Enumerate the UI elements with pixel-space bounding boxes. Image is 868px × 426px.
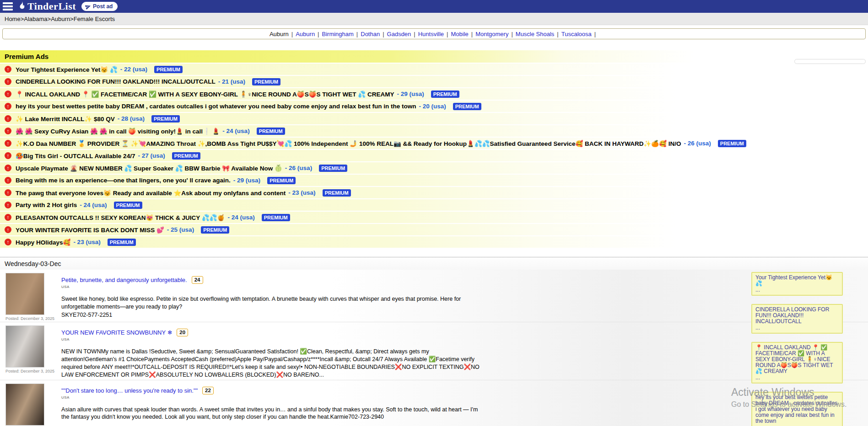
listing-title-link[interactable]: Petite, brunette, and dangerously unforg… xyxy=(61,277,187,283)
premium-badge: PREMIUM xyxy=(431,91,459,98)
premium-ad-age: - 25 (usa) xyxy=(167,226,194,233)
premium-ads-section: Premium Ads ↑Your Tightest Experience Ye… xyxy=(0,50,868,248)
sidebar-ad-title: hey its your best wettes petite baby DRE… xyxy=(755,394,839,424)
premium-badge: PREMIUM xyxy=(257,128,285,135)
bump-up-icon: ↑ xyxy=(5,115,11,122)
premium-ad-link[interactable]: Happy HOlidays🥰 xyxy=(16,239,70,246)
premium-ad-link[interactable]: Your Tightest Experience Yet😼 💦 xyxy=(16,66,118,73)
premium-ad-age: - 20 (usa) xyxy=(419,103,446,110)
sidebar-premium-box[interactable]: Your Tightest Experience Yet😼 💦... xyxy=(751,272,843,296)
premium-badge: PREMIUM xyxy=(262,214,290,221)
listing-title-link[interactable]: YOUR NEW FAVORITE SNOWBUNNY ❄ xyxy=(61,329,172,336)
city-link-huntsville[interactable]: Huntsville xyxy=(418,31,444,37)
date-header: Wednesday-03-Dec xyxy=(0,257,868,270)
listing-title-row: ""Don't stare too long… unless you're re… xyxy=(61,387,485,394)
age-badge: 22 xyxy=(202,387,214,394)
sidebar-premium-box[interactable]: 📍 INCALL OAKLAND 📍 ✅ FACETIME/CAR ✅ WITH… xyxy=(751,342,843,383)
premium-section-title: Premium Ads xyxy=(0,50,868,63)
city-nav: Auburn|Auburn|Birmingham|Dothan|Gadsden|… xyxy=(2,28,866,39)
premium-ad-row: ↑🌺 🌺 Sexy CuRvy Asian 🌺 🌺 in call 🍑 visi… xyxy=(0,125,868,137)
city-link-dothan[interactable]: Dothan xyxy=(361,31,380,37)
premium-ad-row: ↑📍 INCALL OAKLAND 📍 ✅ FACETIME/CAR ✅ WIT… xyxy=(0,88,868,100)
bump-up-icon: ↑ xyxy=(5,140,11,147)
breadcrumb-item-home[interactable]: Home xyxy=(5,16,21,22)
send-icon xyxy=(85,4,91,10)
bump-up-icon: ↑ xyxy=(5,91,11,97)
listing-thumbnail[interactable] xyxy=(5,325,44,367)
city-separator: | xyxy=(318,31,319,37)
breadcrumb: Home >Alabama>Auburn >Female Escorts xyxy=(0,13,868,25)
city-link-birmingham[interactable]: Birmingham xyxy=(322,31,354,37)
premium-ad-link[interactable]: 🥵Big Tits Girl - OUTCALL Available 24/7 xyxy=(16,152,135,160)
site-logo[interactable]: TinderList xyxy=(17,0,76,13)
premium-ad-row: ↑Party with 2 Hot girls- 24 (usa)PREMIUM xyxy=(0,199,868,211)
bump-up-icon: ↑ xyxy=(5,78,11,85)
premium-badge: PREMIUM xyxy=(323,189,351,197)
bump-up-icon: ↑ xyxy=(5,214,11,221)
table-row: Posted: December 3, 2025YOUR NEW FAVORIT… xyxy=(0,322,868,380)
listing-contact: SKYE702-577-2251 xyxy=(61,312,485,318)
city-link-muscle-shoals[interactable]: Muscle Shoals xyxy=(516,31,555,37)
flame-icon xyxy=(17,0,27,13)
premium-ad-row: ↑Being with me is an experience—one that… xyxy=(0,175,868,186)
bump-up-icon: ↑ xyxy=(5,128,11,134)
premium-badge: PREMIUM xyxy=(154,66,183,73)
premium-ad-row: ↑The pawg that everyone loves😼 Ready and… xyxy=(0,187,868,198)
listing-description: Asian allure with curves that speak loud… xyxy=(61,406,485,421)
listing-thumbnail[interactable] xyxy=(5,273,44,315)
breadcrumb-item-female-escorts[interactable]: Female Escorts xyxy=(74,16,115,22)
country-label: USA xyxy=(61,395,485,399)
post-ad-button[interactable]: Post ad xyxy=(81,2,118,11)
premium-ad-row: ↑hey its your best wettes petite baby DR… xyxy=(0,101,868,112)
premium-ad-link[interactable]: 📍 INCALL OAKLAND 📍 ✅ FACETIME/CAR ✅ WITH… xyxy=(16,91,394,98)
premium-ad-link[interactable]: ✨K.O Daa NUMBER 🥇 PROVIDER ⏳ ✨💘AMAZING T… xyxy=(16,140,681,147)
age-badge: 20 xyxy=(177,329,188,336)
breadcrumb-separator: > xyxy=(48,16,51,22)
premium-ad-row: ↑PLEASANTON OUTCALLS !! SEXY KOREAN😻 THI… xyxy=(0,212,868,223)
top-right-pill xyxy=(794,59,866,64)
bump-up-icon: ↑ xyxy=(5,165,11,171)
listing-feed: Wednesday-03-Dec Posted: December 3, 202… xyxy=(0,257,868,426)
city-link-auburn[interactable]: Auburn xyxy=(296,31,315,37)
premium-ad-age: - 29 (usa) xyxy=(233,177,260,184)
premium-ad-link[interactable]: 🌺 🌺 Sexy CuRvy Asian 🌺 🌺 in call 🍑 visit… xyxy=(16,128,220,135)
premium-ad-link[interactable]: The pawg that everyone loves😼 Ready and … xyxy=(16,189,286,197)
premium-ad-link[interactable]: PLEASANTON OUTCALLS !! SEXY KOREAN😻 THIC… xyxy=(16,214,225,221)
listing-content: Petite, brunette, and dangerously unforg… xyxy=(61,273,485,321)
city-link-mobile[interactable]: Mobile xyxy=(451,31,468,37)
table-row: Posted: December 3, 2025""Don't stare to… xyxy=(0,380,868,426)
premium-ad-link[interactable]: Being with me is an experience—one that … xyxy=(16,177,231,184)
breadcrumb-item-alabama[interactable]: Alabama xyxy=(24,16,47,22)
premium-badge: PREMIUM xyxy=(114,202,142,209)
premium-ad-age: - 29 (usa) xyxy=(397,91,424,97)
sidebar-premium-box[interactable]: CINDERELLA LOOKING FOR FUN!!! OAKLAND!!!… xyxy=(751,304,843,334)
premium-ad-row: ↑🥵Big Tits Girl - OUTCALL Available 24/7… xyxy=(0,150,868,161)
premium-badge: PREMIUM xyxy=(267,177,296,184)
table-row: Posted: December 3, 2025Petite, brunette… xyxy=(0,270,868,322)
menu-icon[interactable] xyxy=(3,2,13,11)
premium-ad-link[interactable]: Party with 2 Hot girls xyxy=(16,202,77,208)
sidebar-premium-box[interactable]: hey its your best wettes petite baby DRE… xyxy=(751,392,843,426)
city-link-montgomery[interactable]: Montgomery xyxy=(475,31,508,37)
listing-thumbnail[interactable] xyxy=(5,383,44,426)
city-separator: | xyxy=(383,31,384,37)
site-title: TinderList xyxy=(27,0,76,12)
premium-ad-link[interactable]: YOUR WINTER FAVORITE IS BACK DONT MISS 💕 xyxy=(16,226,164,234)
premium-badge: PREMIUM xyxy=(108,239,136,246)
sidebar-ad-more: ... xyxy=(755,287,839,293)
city-separator: | xyxy=(471,31,473,37)
premium-ad-link[interactable]: ✨ Lake Merritt INCALL✨ $80 QV xyxy=(16,115,115,122)
premium-ad-age: - 24 (usa) xyxy=(80,202,107,208)
listing-title-link[interactable]: ""Don't stare too long… unless you're re… xyxy=(61,387,198,394)
premium-ad-link[interactable]: Upscale Playmate 🌋 NEW NUMBER 💦 Super So… xyxy=(16,165,282,172)
city-link-tuscaloosa[interactable]: Tuscaloosa xyxy=(561,31,592,37)
breadcrumb-item-auburn[interactable]: Auburn xyxy=(51,16,70,22)
premium-badge: PREMIUM xyxy=(172,152,200,160)
premium-ad-link[interactable]: CINDERELLA LOOKING FOR FUN!!! OAKLAND!!!… xyxy=(16,78,216,85)
premium-ad-link[interactable]: hey its your best wettes petite baby DRE… xyxy=(16,103,416,110)
city-link-gadsden[interactable]: Gadsden xyxy=(387,31,411,37)
premium-ad-row: ↑Upscale Playmate 🌋 NEW NUMBER 💦 Super S… xyxy=(0,162,868,174)
page: TinderList Post ad Home >Alabama>Auburn … xyxy=(0,0,868,426)
app-header: TinderList Post ad xyxy=(0,0,868,13)
bump-up-icon: ↑ xyxy=(5,103,11,110)
